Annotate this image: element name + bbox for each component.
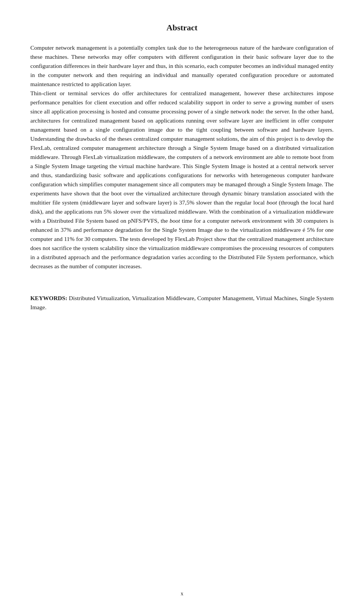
page-title: Abstract [30,23,334,33]
paragraph-1: Computer network management is a potenti… [30,43,334,89]
keywords-label: KEYWORDS: [30,295,67,301]
page: Abstract Computer network management is … [0,0,364,612]
keywords-text: Distributed Virtualization, Virtualizati… [30,295,334,310]
abstract-body: Computer network management is a potenti… [30,43,334,271]
page-number: x [181,591,184,597]
keywords-section: KEYWORDS: Distributed Virtualization, Vi… [30,294,334,312]
boot-italic-1: boot [267,199,277,206]
boot-italic-2: boot [169,217,180,224]
paragraph-2: Thin-client or terminal services do offe… [30,89,334,271]
